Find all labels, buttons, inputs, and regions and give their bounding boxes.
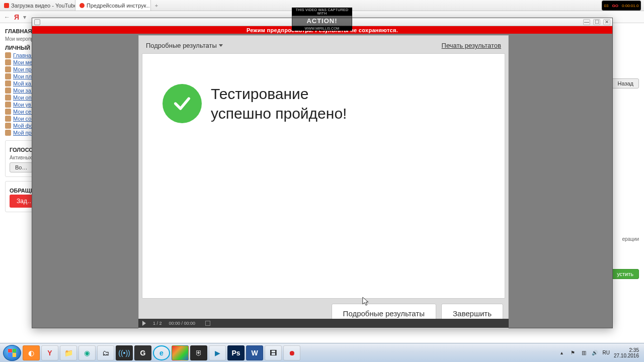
modal-titlebar[interactable]: — ☐ ✕ (32, 18, 612, 26)
task-icon[interactable]: 🗂 (97, 345, 114, 360)
task-icon[interactable]: 🎞 (265, 345, 282, 360)
clock-date: 27.10.2016 (614, 353, 639, 358)
play-icon[interactable] (142, 321, 146, 326)
right-column: Назад ерации устить устить Назад (611, 78, 639, 362)
result-line1: Тестирование (211, 84, 347, 104)
minimize-button[interactable]: — (583, 19, 590, 25)
tray-volume-icon[interactable]: 🔊 (591, 349, 598, 356)
back-icon[interactable]: ← (4, 14, 10, 21)
clock[interactable]: 2:35 27.10.2016 (614, 347, 639, 358)
tab-label: Загрузка видео - YouTube (11, 3, 75, 9)
new-tab-button[interactable]: + (151, 0, 162, 11)
start-button[interactable] (3, 345, 21, 361)
task-icon[interactable]: ⛨ (190, 345, 207, 360)
doc-icon (5, 102, 11, 108)
doc-icon (5, 87, 11, 94)
task-icon[interactable]: Y (41, 345, 58, 360)
page-indicator: 1 / 2 (153, 321, 162, 326)
tab-youtube[interactable]: Загрузка видео - YouTube (0, 0, 75, 11)
result-row: Тестирование успешно пройдено! (163, 84, 347, 123)
result-line2: успешно пройдено! (211, 104, 347, 123)
doc-icon (5, 66, 11, 72)
tab-rzd[interactable]: Предрейсовый инструк… × (75, 0, 151, 11)
task-icon[interactable]: ▶ (209, 345, 226, 360)
results-panel: Подробные результаты Печать результатов … (138, 35, 509, 329)
task-icon[interactable]: e (153, 345, 170, 360)
task-icon[interactable]: ◐ (23, 345, 40, 360)
hud-go: GO (612, 4, 618, 8)
vote-button[interactable]: Во… (10, 162, 33, 172)
doc-icon (5, 80, 11, 86)
player-bar: 1 / 2 00:00 / 00:00 (138, 319, 509, 328)
run-button[interactable]: устить (611, 269, 639, 279)
doc-icon (5, 59, 11, 65)
yandex-icon: Я (14, 13, 19, 21)
doc-icon (5, 73, 11, 79)
task-icon[interactable]: W (246, 345, 263, 360)
dropdown-icon[interactable]: ▾ (23, 14, 26, 21)
check-circle-icon (163, 84, 202, 123)
taskbar: ◐ Y 📁 ◉ 🗂 ((•)) G e ⛨ ▶ Ps W 🎞 ⏺ ▴ ⚑ ▥ 🔊… (0, 343, 644, 362)
print-link[interactable]: Печать результатов (442, 42, 501, 49)
hud-time: 0:00:01.0 (622, 4, 638, 8)
clock-time: 2:35 (614, 347, 639, 353)
preview-banner: Режим предпросмотра. Результаты не сохра… (32, 26, 612, 34)
task-icon[interactable]: G (134, 345, 151, 360)
doc-icon (5, 95, 11, 101)
maximize-button[interactable]: ☐ (593, 19, 600, 25)
task-icon[interactable]: ⏺ (283, 345, 300, 360)
tray-flag-icon[interactable]: ⚑ (569, 349, 576, 356)
tray-up-icon[interactable]: ▴ (558, 349, 565, 356)
task-icon[interactable]: Ps (227, 345, 245, 360)
app-icon (34, 19, 40, 25)
tray-network-icon[interactable]: ▥ (580, 349, 587, 356)
system-tray: ▴ ⚑ ▥ 🔊 RU 2:35 27.10.2016 (558, 347, 641, 358)
doc-icon (5, 52, 11, 58)
doc-icon (5, 116, 11, 122)
test-modal-window: — ☐ ✕ Режим предпросмотра. Результаты не… (32, 18, 613, 328)
doc-icon (5, 109, 11, 115)
recording-hud: 03 GO 0:00:01.0 (602, 1, 641, 11)
dropdown-label: Подробные результаты (146, 42, 217, 49)
fullscreen-icon[interactable] (205, 321, 210, 326)
result-card: Тестирование успешно пройдено! (142, 53, 505, 299)
back-button[interactable]: Назад (612, 78, 639, 88)
site-icon (79, 3, 85, 8)
results-dropdown[interactable]: Подробные результаты (146, 42, 223, 49)
task-icon[interactable]: ◉ (78, 345, 96, 360)
tab-label: Предрейсовый инструк… (87, 3, 151, 9)
chevron-down-icon (219, 44, 223, 47)
task-icon[interactable]: ((•)) (116, 345, 133, 360)
results-toolbar: Подробные результаты Печать результатов (142, 39, 505, 53)
doc-icon (5, 130, 11, 136)
task-icon[interactable]: 📁 (60, 345, 77, 360)
doc-icon (5, 123, 11, 129)
result-text: Тестирование успешно пройдено! (211, 84, 347, 123)
tray-lang[interactable]: RU (602, 350, 609, 355)
ops-label: ерации (622, 236, 639, 242)
hud-fps: 03 (604, 4, 609, 8)
tab-strip: Загрузка видео - YouTube Предрейсовый ин… (0, 0, 644, 11)
time-indicator: 00:00 / 00:00 (169, 321, 196, 326)
task-icon[interactable] (172, 345, 189, 360)
youtube-icon (4, 3, 9, 8)
close-button[interactable]: ✕ (603, 19, 610, 25)
